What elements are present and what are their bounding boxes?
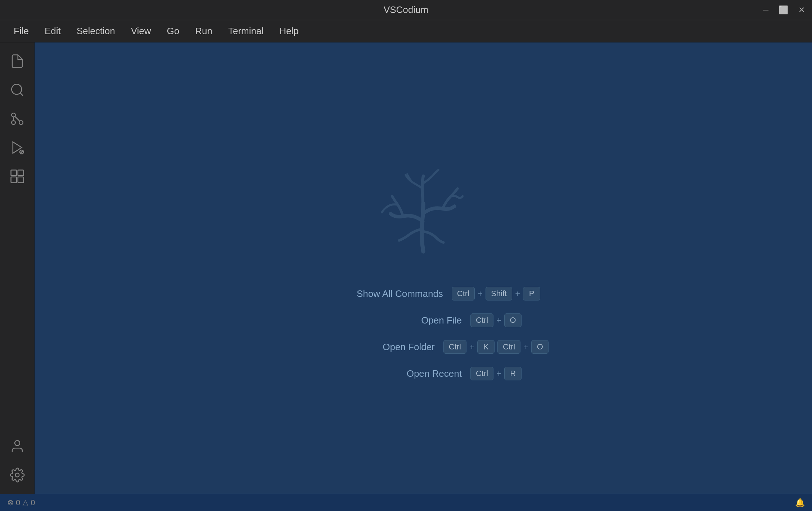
kbd-ctrl-3: Ctrl (443, 340, 466, 354)
kbd-sep-2: + (515, 289, 520, 299)
notification-icon[interactable]: 🔔 (795, 498, 805, 507)
open-file-label: Open File (325, 315, 462, 326)
open-recent-kbd: Ctrl + R (470, 367, 522, 380)
menu-help[interactable]: Help (273, 23, 305, 40)
svg-point-0 (12, 84, 22, 94)
activity-bar-top (4, 48, 30, 433)
status-errors[interactable]: ⊗ 0 △ 0 (7, 498, 35, 507)
kbd-ctrl-2: Ctrl (470, 313, 493, 327)
menu-run[interactable]: Run (189, 23, 219, 40)
svg-point-12 (15, 440, 20, 446)
account-icon (10, 439, 25, 454)
kbd-sep-6: + (496, 368, 501, 379)
open-recent-label: Open Recent (325, 368, 462, 379)
window-controls: ─ ⬜ ✕ (763, 6, 805, 14)
svg-rect-10 (11, 177, 17, 183)
sidebar-item-account[interactable] (4, 433, 30, 459)
run-debug-icon (10, 140, 25, 155)
menu-view[interactable]: View (125, 23, 158, 40)
vscodium-logo (373, 156, 474, 257)
app-title: VSCodium (384, 4, 428, 15)
action-open-recent[interactable]: Open Recent Ctrl + R (325, 367, 522, 380)
kbd-p-1: P (523, 287, 540, 300)
welcome-actions: Show All Commands Ctrl + Shift + P Open … (298, 287, 549, 380)
menu-selection[interactable]: Selection (70, 23, 122, 40)
title-bar: VSCodium ─ ⬜ ✕ (0, 0, 812, 20)
show-commands-kbd: Ctrl + Shift + P (452, 287, 540, 300)
status-bar-right: 🔔 (795, 498, 805, 507)
menu-go[interactable]: Go (161, 23, 186, 40)
show-commands-label: Show All Commands (306, 288, 443, 299)
sidebar-item-run-debug[interactable] (4, 135, 30, 160)
svg-rect-8 (11, 170, 17, 176)
open-folder-kbd: Ctrl + K Ctrl + O (443, 340, 549, 354)
kbd-ctrl-1: Ctrl (452, 287, 475, 300)
minimize-button[interactable]: ─ (763, 6, 768, 14)
sidebar-item-explorer[interactable] (4, 48, 30, 74)
warning-count: 0 (31, 498, 35, 507)
logo-container (373, 156, 474, 258)
maximize-button[interactable]: ⬜ (779, 6, 788, 14)
kbd-sep-1: + (478, 289, 483, 299)
menu-bar: File Edit Selection View Go Run Terminal… (0, 20, 812, 42)
kbd-o-1: O (504, 313, 522, 327)
error-icon: ⊗ (7, 498, 14, 507)
activity-bar (0, 42, 35, 494)
open-folder-label: Open Folder (298, 342, 435, 353)
kbd-sep-5: + (523, 342, 528, 352)
svg-marker-5 (13, 142, 22, 153)
kbd-o-2: O (531, 340, 549, 354)
action-open-file[interactable]: Open File Ctrl + O (325, 313, 522, 327)
extensions-icon (10, 169, 25, 184)
sidebar-item-search[interactable] (4, 77, 30, 103)
kbd-ctrl-5: Ctrl (470, 367, 493, 380)
explorer-icon (10, 54, 25, 69)
main-layout: Show All Commands Ctrl + Shift + P Open … (0, 42, 812, 494)
kbd-k-1: K (477, 340, 495, 354)
action-open-folder[interactable]: Open Folder Ctrl + K Ctrl + O (298, 340, 549, 354)
sidebar-item-source-control[interactable] (4, 106, 30, 132)
sidebar-item-extensions[interactable] (4, 163, 30, 189)
editor-area: Show All Commands Ctrl + Shift + P Open … (35, 42, 812, 494)
kbd-ctrl-4: Ctrl (497, 340, 520, 354)
error-count: 0 (16, 498, 20, 507)
svg-point-3 (12, 113, 15, 117)
menu-edit[interactable]: Edit (38, 23, 67, 40)
status-bar: ⊗ 0 △ 0 🔔 (0, 494, 812, 511)
warning-icon: △ (22, 498, 28, 507)
menu-file[interactable]: File (7, 23, 35, 40)
source-control-icon (10, 111, 25, 126)
action-show-commands[interactable]: Show All Commands Ctrl + Shift + P (306, 287, 540, 300)
kbd-sep-4: + (469, 342, 474, 352)
kbd-r-1: R (504, 367, 522, 380)
close-button[interactable]: ✕ (798, 6, 805, 14)
sidebar-item-settings[interactable] (4, 462, 30, 488)
menu-terminal[interactable]: Terminal (222, 23, 270, 40)
kbd-sep-3: + (496, 315, 501, 325)
svg-rect-9 (18, 170, 23, 176)
settings-icon (10, 467, 25, 483)
status-bar-left: ⊗ 0 △ 0 (7, 498, 35, 507)
svg-point-4 (12, 121, 15, 125)
svg-line-7 (20, 151, 23, 153)
kbd-shift-1: Shift (486, 287, 512, 300)
svg-point-2 (19, 121, 23, 125)
svg-line-1 (20, 93, 23, 96)
search-icon (10, 82, 25, 98)
open-file-kbd: Ctrl + O (470, 313, 522, 327)
svg-rect-11 (18, 177, 23, 183)
svg-point-13 (15, 473, 19, 477)
activity-bar-bottom (4, 433, 30, 494)
